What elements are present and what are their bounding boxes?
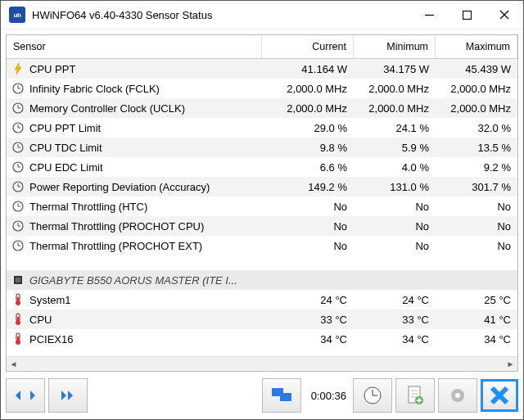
group-row[interactable]: GIGABYTE B550 AORUS MASTER (ITE I... (7, 270, 517, 290)
clock-icon (11, 102, 25, 115)
therm-icon (11, 332, 25, 345)
current-value: 6.6 % (262, 161, 354, 174)
scroll-right-icon[interactable]: ► (504, 357, 517, 371)
sensor-name: CPU (29, 314, 52, 326)
col-minimum[interactable]: Minimum (354, 35, 436, 58)
table-row[interactable]: System124 °C24 °C25 °C (7, 290, 517, 309)
current-value: 34 °C (262, 333, 354, 345)
minimum-value: 33 °C (354, 314, 436, 326)
arrows-left-right-icon (14, 387, 37, 404)
current-value: 2,000.0 MHz (262, 83, 354, 95)
minimize-button[interactable] (410, 2, 448, 27)
clock-button[interactable] (353, 378, 392, 413)
current-value: 29.0 % (262, 122, 354, 134)
maximum-value: 301.7 % (436, 181, 517, 193)
log-button[interactable] (395, 378, 435, 413)
maximum-value: No (436, 220, 517, 233)
gear-icon (447, 385, 468, 406)
clock-icon (11, 180, 25, 193)
maximum-value: 32.0 % (436, 122, 517, 134)
clock-icon (11, 160, 25, 174)
horizontal-scrollbar[interactable]: ◄ ► (7, 356, 517, 371)
col-current[interactable]: Current (262, 35, 354, 58)
table-row[interactable]: Thermal Throttling (PROCHOT EXT)NoNoNo (7, 236, 517, 255)
window-title: HWiNFO64 v6.40-4330 Sensor Status (32, 9, 410, 21)
table-row[interactable]: CPU33 °C33 °C41 °C (7, 309, 517, 329)
sensor-name: Thermal Throttling (PROCHOT CPU) (29, 220, 204, 233)
minimum-value: 24.1 % (354, 122, 436, 134)
document-plus-icon (405, 385, 425, 406)
current-value: 9.8 % (262, 142, 354, 154)
sensor-name: CPU EDC Limit (29, 161, 103, 174)
table-row[interactable]: Thermal Throttling (HTC)NoNoNo (7, 196, 517, 216)
svg-rect-1 (463, 11, 471, 19)
sensor-name: CPU PPT Limit (29, 122, 101, 134)
svg-rect-41 (17, 336, 19, 341)
maximum-value: 2,000.0 MHz (436, 83, 517, 95)
current-value: 41.164 W (262, 63, 354, 75)
clock-icon (11, 121, 25, 134)
current-value: 24 °C (262, 294, 354, 306)
nav-forward-button[interactable] (48, 378, 88, 413)
table-row[interactable]: CPU PPT41.164 W34.175 W45.439 W (7, 59, 517, 79)
table-row[interactable]: CPU PPT Limit29.0 %24.1 %32.0 % (7, 118, 517, 138)
rows-container: CPU PPT41.164 W34.175 W45.439 WInfinity … (7, 59, 517, 356)
close-button[interactable] (486, 2, 523, 27)
svg-rect-32 (16, 278, 20, 282)
remote-button[interactable] (262, 378, 301, 413)
settings-button[interactable] (438, 378, 477, 413)
table-row[interactable]: Infinity Fabric Clock (FCLK)2,000.0 MHz2… (7, 79, 517, 98)
x-icon (489, 385, 510, 406)
sensor-name: Thermal Throttling (HTC) (29, 201, 147, 213)
maximum-value: 41 °C (436, 314, 517, 326)
svg-rect-43 (280, 393, 291, 401)
minimum-value: 34 °C (354, 333, 436, 345)
maximum-value: 25 °C (436, 294, 517, 306)
close-panel-button[interactable] (481, 379, 518, 412)
table-row[interactable]: Memory Controller Clock (UCLK)2,000.0 MH… (7, 98, 517, 118)
current-value: 33 °C (262, 314, 354, 326)
sensor-name: Memory Controller Clock (UCLK) (29, 102, 185, 115)
sensor-name: CPU PPT (29, 63, 75, 75)
svg-point-55 (455, 393, 460, 398)
current-value: 2,000.0 MHz (262, 102, 354, 115)
col-maximum[interactable]: Maximum (436, 35, 517, 58)
svg-rect-38 (17, 317, 19, 322)
maximum-value: 9.2 % (436, 161, 517, 174)
table-row[interactable]: Thermal Throttling (PROCHOT CPU)NoNoNo (7, 216, 517, 236)
clock-icon (11, 141, 25, 154)
title-bar: uh HWiNFO64 v6.40-4330 Sensor Status (1, 1, 523, 29)
column-headers: Sensor Current Minimum Maximum (7, 35, 517, 59)
sensor-name: System1 (29, 294, 71, 306)
nav-back-button[interactable] (6, 378, 45, 413)
current-value: 149.2 % (262, 181, 354, 193)
table-row[interactable]: CPU EDC Limit6.6 %4.0 %9.2 % (7, 157, 517, 177)
minimum-value: No (354, 201, 436, 213)
bolt-icon (11, 62, 25, 75)
minimum-value: 5.9 % (354, 142, 436, 154)
sensor-name: PCIEX16 (29, 333, 73, 345)
sensor-name: Infinity Fabric Clock (FCLK) (29, 83, 160, 95)
current-value: No (262, 201, 354, 213)
svg-rect-35 (17, 297, 19, 302)
minimum-value: 24 °C (354, 294, 436, 306)
sensor-list: Sensor Current Minimum Maximum CPU PPT41… (6, 34, 518, 372)
sensor-name: Power Reporting Deviation (Accuracy) (29, 181, 210, 193)
minimum-value: No (354, 240, 436, 252)
col-sensor[interactable]: Sensor (7, 35, 262, 58)
maximize-button[interactable] (448, 2, 486, 27)
bottom-toolbar: 0:00:36 (1, 377, 523, 419)
table-row[interactable]: Power Reporting Deviation (Accuracy)149.… (7, 177, 517, 196)
minimum-value: 2,000.0 MHz (354, 102, 436, 115)
maximum-value: No (436, 240, 517, 252)
maximum-value: 45.439 W (436, 63, 517, 75)
clock-icon (11, 219, 25, 233)
scroll-left-icon[interactable]: ◄ (7, 357, 20, 371)
elapsed-timer: 0:00:36 (311, 390, 346, 402)
current-value: No (262, 220, 354, 233)
sensor-name: CPU TDC Limit (29, 142, 102, 154)
table-row[interactable]: CPU TDC Limit9.8 %5.9 %13.5 % (7, 138, 517, 157)
minimum-value: 131.0 % (354, 181, 436, 193)
table-row[interactable]: PCIEX1634 °C34 °C34 °C (7, 329, 517, 349)
app-icon: uh (9, 7, 25, 23)
